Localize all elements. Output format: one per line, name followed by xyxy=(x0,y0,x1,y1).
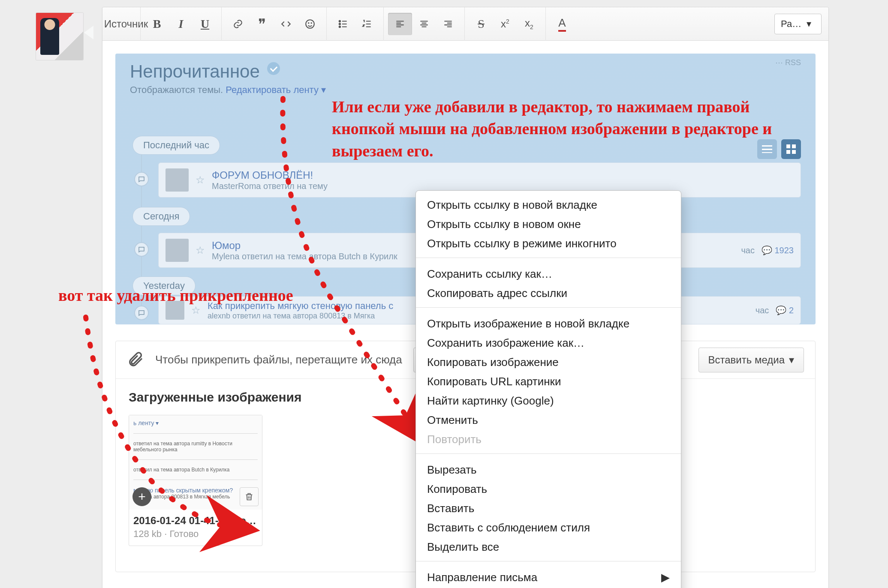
insert-media-button[interactable]: Вставить медиа ▾ xyxy=(698,348,804,372)
file-name: 2016-01-24 01-41-30 Не… xyxy=(129,510,262,528)
text-color-button[interactable]: A xyxy=(550,13,574,35)
subscript-icon: x2 xyxy=(525,17,533,30)
ctx-copy-img[interactable]: Копировать изображение xyxy=(416,353,681,372)
align-left-icon xyxy=(394,18,406,30)
svg-point-2 xyxy=(308,23,309,23)
reply-count: 💬 2 xyxy=(776,305,794,315)
source-button[interactable]: Источник xyxy=(112,13,136,35)
strike-icon: S xyxy=(478,17,485,31)
numbered-list-button[interactable] xyxy=(355,13,379,35)
ctx-search-img[interactable]: Найти картинку (Google) xyxy=(416,391,681,411)
add-button[interactable]: + xyxy=(132,487,151,506)
ctx-redo: Повторить xyxy=(416,430,681,449)
user-avatar[interactable] xyxy=(36,13,83,60)
ctx-select-all[interactable]: Выделить все xyxy=(416,537,681,557)
link-icon xyxy=(232,18,244,30)
ctx-open-incognito[interactable]: Открыть ссылку в режиме инкогнито xyxy=(416,234,681,253)
align-right-button[interactable] xyxy=(436,13,460,35)
ctx-copy-img-url[interactable]: Копировать URL картинки xyxy=(416,372,681,391)
trash-icon xyxy=(244,492,254,501)
paperclip-icon xyxy=(127,351,144,369)
timeline-node xyxy=(134,172,149,186)
pill-recent: Последний час xyxy=(132,136,220,155)
delete-button[interactable] xyxy=(240,487,259,506)
plus-icon: + xyxy=(138,489,146,504)
ctx-open-img-tab[interactable]: Открыть изображение в новой вкладке xyxy=(416,312,681,333)
chevron-down-icon: ▾ xyxy=(789,354,794,366)
bullet-list-icon xyxy=(337,18,349,30)
link-button[interactable] xyxy=(226,13,250,35)
topic-title: ФОРУМ ОБНОВЛЁН! xyxy=(212,169,794,181)
superscript-button[interactable]: x2 xyxy=(493,13,517,35)
shot-title: Непрочитанное xyxy=(130,61,260,81)
ctx-save-link[interactable]: Сохранить ссылку как… xyxy=(416,262,681,284)
quote-icon: ❞ xyxy=(258,15,266,33)
thumbnail-preview: ь ленту ▾ ответил на тема автора rumitty… xyxy=(129,415,262,510)
ctx-copy-link[interactable]: Скопировать адрес ссылки xyxy=(416,284,681,303)
ctx-save-img[interactable]: Сохранить изображение как… xyxy=(416,333,681,353)
avatar-icon xyxy=(166,239,189,262)
italic-button[interactable]: I xyxy=(169,13,193,35)
strikethrough-button[interactable]: S xyxy=(469,13,493,35)
submenu-arrow-icon: ▶ xyxy=(661,571,670,584)
code-button[interactable] xyxy=(274,13,298,35)
align-center-icon xyxy=(418,18,430,30)
code-icon xyxy=(280,18,292,30)
avatar-pointer xyxy=(84,26,93,39)
underline-icon: U xyxy=(201,17,209,31)
ctx-undo[interactable]: Отменить xyxy=(416,411,681,430)
star-icon[interactable]: ☆ xyxy=(196,174,205,186)
edit-feed-link[interactable]: Редактировать ленту ▾ xyxy=(226,84,326,95)
numbered-list-icon xyxy=(361,18,373,30)
bold-icon: B xyxy=(153,17,161,31)
ctx-paste[interactable]: Вставить xyxy=(416,499,681,518)
text-color-icon: A xyxy=(558,16,566,32)
align-right-icon xyxy=(442,18,454,30)
svg-point-6 xyxy=(339,26,340,27)
subscript-button[interactable]: x2 xyxy=(517,13,541,35)
context-menu: Открыть ссылку в новой вкладке Открыть с… xyxy=(415,190,681,588)
star-icon[interactable]: ☆ xyxy=(196,244,205,256)
format-select-label: Ра… xyxy=(781,18,801,30)
timeline-node xyxy=(134,306,149,320)
chevron-down-icon: ▾ xyxy=(807,18,811,30)
svg-point-1 xyxy=(306,20,314,28)
emoji-button[interactable] xyxy=(298,13,322,35)
shot-subtitle: Отображаются темы. xyxy=(130,84,223,95)
align-left-button[interactable] xyxy=(388,13,412,35)
editor-toolbar: Источник B I U ❞ xyxy=(102,7,828,41)
annotation-left: вот так удалить прикрепленное xyxy=(58,285,393,306)
bold-button[interactable]: B xyxy=(145,13,169,35)
uploaded-thumbnail[interactable]: ь ленту ▾ ответил на тема автора rumitty… xyxy=(129,415,262,546)
bullet-list-button[interactable] xyxy=(331,13,355,35)
align-center-button[interactable] xyxy=(412,13,436,35)
underline-button[interactable]: U xyxy=(193,13,217,35)
ctx-cut[interactable]: Вырезать xyxy=(416,458,681,480)
ctx-copy[interactable]: Копировать xyxy=(416,480,681,499)
ctx-paste-style[interactable]: Вставить с соблюдением стиля xyxy=(416,518,681,537)
format-select[interactable]: Ра… ▾ xyxy=(774,14,822,34)
topic-meta: MasterRoma ответил на тему xyxy=(212,181,794,191)
attach-hint: Чтобы прикрепить файлы, перетащите их сю… xyxy=(155,353,402,366)
ctx-writing-dir[interactable]: Направление письма▶ xyxy=(416,566,681,587)
avatar-icon xyxy=(166,168,189,192)
reply-count: 💬 1923 xyxy=(762,245,794,255)
italic-icon: I xyxy=(179,17,184,31)
pill-today: Сегодня xyxy=(132,207,190,226)
timeline-node xyxy=(134,242,149,257)
annotation-right: Или если уже добавили в редактор, то наж… xyxy=(332,96,816,162)
file-meta: 128 kb · Готово xyxy=(129,528,262,546)
verified-badge-icon xyxy=(267,62,280,75)
ctx-open-window[interactable]: Открыть ссылку в новом окне xyxy=(416,215,681,234)
superscript-icon: x2 xyxy=(501,18,509,30)
svg-point-5 xyxy=(339,23,340,24)
svg-point-4 xyxy=(339,20,340,21)
emoji-icon xyxy=(304,18,316,30)
ctx-open-tab[interactable]: Открыть ссылку в новой вкладке xyxy=(416,193,681,215)
quote-button[interactable]: ❞ xyxy=(250,13,274,35)
svg-point-3 xyxy=(311,23,312,23)
rss-link[interactable]: ⋯ RSS xyxy=(775,58,801,67)
